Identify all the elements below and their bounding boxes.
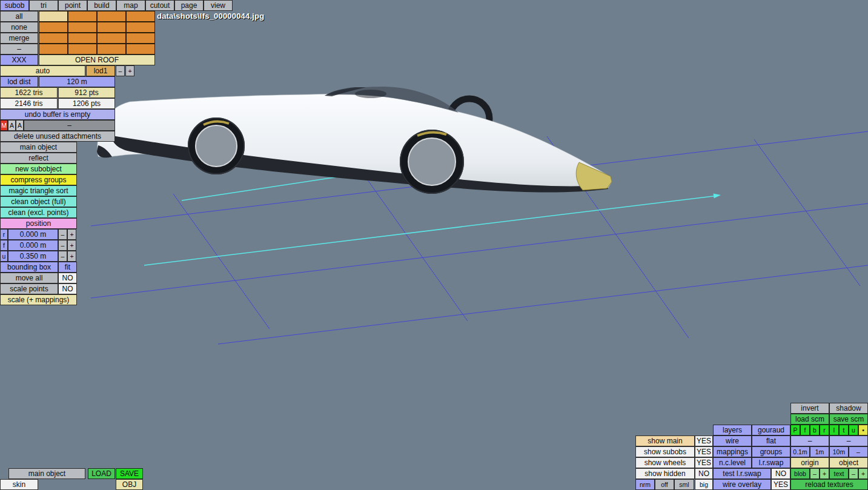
flat-button[interactable]: flat: [752, 435, 790, 446]
axis-u-value[interactable]: 0.350 m: [8, 251, 58, 262]
text-plus-button[interactable]: +: [858, 468, 868, 479]
load-scm-button[interactable]: load scm: [790, 414, 829, 425]
show-subobs-toggle[interactable]: YES: [695, 446, 713, 457]
layers-button[interactable]: layers: [713, 425, 752, 435]
text-minus-button[interactable]: –: [849, 468, 858, 479]
view-dot-button[interactable]: •: [858, 425, 868, 435]
grid-step-off-button[interactable]: –: [849, 446, 868, 457]
bounding-box-button[interactable]: bounding box: [0, 262, 58, 273]
axis-f-value[interactable]: 0.000 m: [8, 240, 58, 251]
grid-cell[interactable]: [126, 33, 155, 44]
grid-step-1m-button[interactable]: 1m: [810, 446, 829, 457]
mirror-m-button[interactable]: M: [0, 120, 8, 131]
tab-cutout[interactable]: cutout: [145, 0, 174, 11]
tab-map[interactable]: map: [116, 0, 145, 11]
lr-swap-button[interactable]: l.r.swap: [752, 457, 790, 468]
lod-auto-button[interactable]: auto: [0, 65, 85, 76]
merge-button[interactable]: merge: [0, 33, 38, 44]
obj-button[interactable]: OBJ: [116, 479, 143, 490]
view-b-button[interactable]: b: [810, 425, 820, 435]
axis-r-value[interactable]: 0.000 m: [8, 229, 58, 240]
load-button[interactable]: LOAD: [88, 468, 115, 479]
show-main-label[interactable]: show main: [635, 435, 695, 446]
attach-a1-button[interactable]: A: [8, 120, 16, 131]
grid-cell[interactable]: [97, 22, 126, 33]
show-wheels-label[interactable]: show wheels: [635, 457, 695, 468]
new-subobject-button[interactable]: new subobject: [0, 164, 77, 174]
wire-overlay-toggle[interactable]: YES: [771, 479, 790, 490]
wire-button[interactable]: wire: [713, 435, 752, 446]
attach-a2-button[interactable]: A: [16, 120, 24, 131]
save-scm-button[interactable]: save scm: [829, 414, 868, 425]
wire-overlay-button[interactable]: wire overlay: [713, 479, 771, 490]
tab-view[interactable]: view: [204, 0, 233, 11]
axis-r-plus-button[interactable]: +: [67, 229, 76, 240]
dash-right-button[interactable]: –: [829, 435, 868, 446]
reflect-button[interactable]: reflect: [0, 153, 77, 164]
shadow-button[interactable]: shadow: [829, 403, 868, 414]
grid-cell[interactable]: [126, 44, 155, 55]
show-subobs-label[interactable]: show subobs: [635, 446, 695, 457]
gouraud-button[interactable]: gouraud: [752, 425, 790, 435]
grid-cell[interactable]: [68, 22, 97, 33]
show-hidden-label[interactable]: show hidden: [635, 468, 695, 479]
tab-subob[interactable]: subob: [0, 0, 29, 11]
clean-excl-points-button[interactable]: clean (excl. points): [0, 207, 77, 218]
clean-object-full-button[interactable]: clean object (full): [0, 196, 77, 207]
grid-cell[interactable]: [68, 33, 97, 44]
view-f-button[interactable]: f: [800, 425, 810, 435]
text-button[interactable]: text: [829, 468, 849, 479]
tab-tri[interactable]: tri: [29, 0, 58, 11]
select-all-button[interactable]: all: [0, 11, 38, 22]
view-p-button[interactable]: P: [790, 425, 800, 435]
scale-points-label[interactable]: scale points: [0, 283, 58, 294]
grid-cell[interactable]: [68, 11, 97, 22]
grid-cell[interactable]: [68, 44, 97, 55]
xxx-button[interactable]: XXX: [0, 55, 38, 65]
normals-nrm-button[interactable]: nrm: [635, 479, 655, 490]
scale-points-toggle[interactable]: NO: [58, 283, 77, 294]
grid-cell[interactable]: [39, 22, 68, 33]
mappings-button[interactable]: mappings: [713, 446, 752, 457]
position-header[interactable]: position: [0, 218, 77, 229]
axis-u-minus-button[interactable]: –: [58, 251, 67, 262]
magic-triangle-sort-button[interactable]: magic triangle sort: [0, 185, 77, 196]
grid-cell[interactable]: [97, 44, 126, 55]
nc-level-button[interactable]: n.c.level: [713, 457, 752, 468]
select-none-button[interactable]: none: [0, 22, 38, 33]
grid-cell[interactable]: [39, 11, 68, 22]
object-button[interactable]: object: [829, 457, 868, 468]
origin-button[interactable]: origin: [790, 457, 829, 468]
blob-plus-button[interactable]: +: [820, 468, 829, 479]
skin-button[interactable]: skin: [0, 479, 38, 490]
axis-u-plus-button[interactable]: +: [67, 251, 76, 262]
invert-button[interactable]: invert: [790, 403, 829, 414]
save-button[interactable]: SAVE: [116, 468, 143, 479]
grid-cell[interactable]: [39, 44, 68, 55]
reload-textures-button[interactable]: reload textures: [790, 479, 868, 490]
move-all-label[interactable]: move all: [0, 273, 58, 283]
axis-f-minus-button[interactable]: –: [58, 240, 67, 251]
delete-unused-attachments-button[interactable]: delete unused attachments: [0, 131, 115, 142]
grid-cell[interactable]: [126, 11, 155, 22]
blob-button[interactable]: blob: [790, 468, 810, 479]
fit-button[interactable]: fit: [58, 262, 77, 273]
current-object-label[interactable]: main object: [8, 468, 85, 479]
axis-r-minus-button[interactable]: –: [58, 229, 67, 240]
lod-select-button[interactable]: lod1: [86, 65, 115, 76]
grid-step-10m-button[interactable]: 10m: [829, 446, 849, 457]
dash-left-button[interactable]: –: [790, 435, 829, 446]
grid-cell[interactable]: [39, 33, 68, 44]
blob-minus-button[interactable]: –: [810, 468, 820, 479]
view-t-button[interactable]: t: [839, 425, 849, 435]
move-all-toggle[interactable]: NO: [58, 273, 77, 283]
tab-build[interactable]: build: [87, 0, 116, 11]
grid-cell[interactable]: [97, 33, 126, 44]
lod-plus-button[interactable]: +: [125, 65, 134, 76]
normals-off-button[interactable]: off: [655, 479, 674, 490]
show-wheels-toggle[interactable]: YES: [695, 457, 713, 468]
groups-button[interactable]: groups: [752, 446, 790, 457]
grid-step-01m-button[interactable]: 0.1m: [790, 446, 810, 457]
show-main-toggle[interactable]: YES: [695, 435, 713, 446]
attachment-dash-button[interactable]: –: [24, 120, 115, 131]
